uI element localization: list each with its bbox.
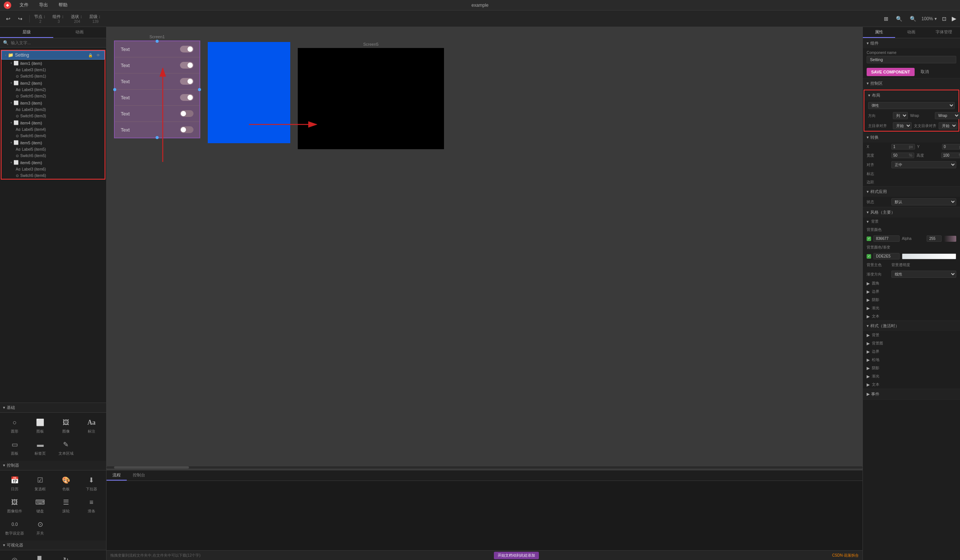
- zoom-in-button[interactable]: 🔍: [907, 14, 918, 23]
- widget-scroll[interactable]: ☰ 滚轮: [54, 495, 78, 516]
- right-tab-props[interactable]: 属性: [863, 27, 895, 38]
- layer-sub-label4[interactable]: Aα Label5 (item4): [2, 126, 105, 133]
- gradient-hex-input[interactable]: [874, 253, 900, 259]
- events-section-header[interactable]: ▶ 事件: [863, 389, 960, 399]
- toggle-4[interactable]: [180, 94, 194, 101]
- component-section-header[interactable]: ▾ 组件: [863, 38, 960, 48]
- layer-sub-switch5[interactable]: ⊙ Switch5 (item5): [2, 153, 105, 159]
- width-input[interactable]: [893, 153, 908, 158]
- status-action-button[interactable]: 开始文档动到此处添加: [494, 552, 539, 559]
- settings-icon[interactable]: ⊞: [882, 14, 891, 23]
- layer-item2[interactable]: ▾ ⬜ item2 (item): [2, 80, 105, 86]
- layer-item1[interactable]: ▾ ⬜ item1 (item): [2, 60, 105, 67]
- flex-type-select[interactable]: 弹性: [868, 102, 955, 109]
- widget-checkbox[interactable]: ☑ 复选框: [28, 473, 53, 494]
- search-input[interactable]: [11, 40, 103, 45]
- y-input[interactable]: [944, 145, 959, 149]
- widget-chart[interactable]: ▊ 图表: [28, 552, 53, 560]
- right-tab-fonts[interactable]: 字体管理: [928, 27, 960, 38]
- direction-select[interactable]: 列 行: [893, 112, 908, 119]
- layer-sub-switch3[interactable]: ⊙ Switch5 (item3): [2, 113, 105, 119]
- height-input[interactable]: [943, 153, 958, 158]
- style-config-header[interactable]: ▾ 样式应用: [863, 187, 960, 197]
- zoom-control[interactable]: 100% ▾: [922, 16, 937, 21]
- h-scrollbar-thumb[interactable]: [114, 466, 189, 469]
- toggle-3[interactable]: [180, 78, 194, 85]
- transform-section-header[interactable]: ▾ 转换: [863, 132, 960, 142]
- main-axis-select[interactable]: 开始 中间 结束: [893, 122, 912, 129]
- section-visualization[interactable]: ▾ 可视化器: [0, 541, 106, 550]
- style-default-select[interactable]: 默认: [891, 198, 956, 206]
- gradient-checkbox[interactable]: ✓: [867, 254, 871, 258]
- style-main-header[interactable]: ▾ 风格（主要）: [863, 207, 960, 217]
- cancel-button[interactable]: 取消: [918, 67, 932, 77]
- visibility-icon[interactable]: 👁: [95, 53, 101, 58]
- layer-group-setting[interactable]: ▾ 📁 Setting 🔒 👁: [2, 51, 105, 60]
- toggle-2[interactable]: [180, 62, 194, 69]
- layer-sub-label1[interactable]: Aα Label3 (item1): [2, 67, 105, 73]
- color-hex-input[interactable]: [874, 235, 900, 242]
- widget-spinner[interactable]: ↻ 旋转器: [54, 552, 78, 560]
- wrap-select[interactable]: Wrap NoWrap: [935, 112, 960, 119]
- section-controls[interactable]: ▾ 控制器: [0, 461, 106, 471]
- widget-switch[interactable]: ⊙ 开关: [28, 517, 53, 538]
- layer-item4[interactable]: ▾ ⬜ item4 (item): [2, 119, 105, 126]
- layer-sub-label6[interactable]: Aα Label3 (item6): [2, 166, 105, 172]
- widget-panel[interactable]: ▭ 面板: [2, 437, 27, 458]
- layer-item6[interactable]: ▾ ⬜ item6 (item): [2, 159, 105, 166]
- widget-calendar[interactable]: 📅 日历: [2, 473, 27, 494]
- layer-item3[interactable]: ▾ ⬜ item3 (item): [2, 99, 105, 107]
- toggle-6[interactable]: [180, 126, 194, 133]
- redo-button[interactable]: ↪: [16, 14, 25, 23]
- widget-keyboard[interactable]: ⌨ 键盘: [28, 495, 53, 516]
- color-checkbox[interactable]: ✓: [867, 236, 871, 241]
- widget-table[interactable]: ◎ 表: [2, 552, 27, 560]
- menu-export[interactable]: 导出: [37, 1, 50, 9]
- widget-tabpage[interactable]: ▬ 标签页: [28, 437, 53, 458]
- toggle-5[interactable]: [180, 110, 194, 117]
- widget-board[interactable]: ⬜ 图板: [28, 415, 53, 436]
- expand-button[interactable]: ⊡: [940, 14, 949, 23]
- tab-console[interactable]: 控制台: [127, 471, 151, 480]
- menu-file[interactable]: 文件: [17, 1, 31, 9]
- alpha-input[interactable]: [926, 235, 942, 242]
- layer-sub-switch1[interactable]: ⊙ Switch5 (item1): [2, 73, 105, 80]
- style-active-header[interactable]: ▾ 样式（激活时）: [863, 321, 960, 331]
- layer-sub-label5[interactable]: Aα Label5 (item5): [2, 146, 105, 153]
- gradient-dir-select[interactable]: 线性 径向: [891, 271, 956, 278]
- control-section-header[interactable]: ▾ 控制区: [863, 78, 960, 88]
- x-input[interactable]: [893, 145, 908, 149]
- undo-button[interactable]: ↩: [4, 14, 13, 23]
- widget-image[interactable]: 🖼 图像: [54, 415, 78, 436]
- h-scrollbar[interactable]: [107, 466, 862, 469]
- align-select[interactable]: 正中 左上 右下: [891, 161, 956, 168]
- layer-sub-switch2[interactable]: ⊙ Switch5 (item2): [2, 93, 105, 99]
- play-button[interactable]: ▶: [952, 15, 956, 22]
- section-basic[interactable]: ▾ 基础: [0, 403, 106, 413]
- layer-sub-switch6[interactable]: ⊙ Switch5 (item6): [2, 172, 105, 179]
- widget-slider[interactable]: ≡ 滑条: [79, 495, 104, 516]
- layout-section-header[interactable]: ▾ 布局: [864, 90, 958, 101]
- tab-layers[interactable]: 层级: [0, 27, 53, 38]
- widget-colorpicker[interactable]: 🎨 色板: [54, 473, 78, 494]
- layer-sub-switch4[interactable]: ⊙ Switch5 (item4): [2, 133, 105, 139]
- widget-imgcomponent[interactable]: 🖼 图像组件: [2, 495, 27, 516]
- toggle-1[interactable]: [180, 46, 194, 53]
- menu-help[interactable]: 帮助: [56, 1, 70, 9]
- lock-icon[interactable]: 🔒: [87, 53, 94, 58]
- tab-flow[interactable]: 流程: [107, 471, 127, 480]
- layer-sub-label3[interactable]: Aα Label3 (item3): [2, 107, 105, 113]
- tab-animation[interactable]: 动画: [53, 27, 107, 38]
- zoom-out-button[interactable]: 🔍: [894, 14, 904, 23]
- widget-dropdown[interactable]: ⬇ 下拉器: [79, 473, 104, 494]
- save-component-button[interactable]: SAVE COMPONENT: [867, 68, 915, 76]
- widget-textarea[interactable]: ✎ 文本区域: [54, 437, 78, 458]
- layer-item5[interactable]: ▾ ⬜ item5 (item): [2, 139, 105, 146]
- layer-sub-label2[interactable]: Aα Label3 (item2): [2, 86, 105, 93]
- component-name-input[interactable]: [867, 56, 956, 63]
- right-tab-animation[interactable]: 动画: [895, 27, 927, 38]
- widget-label[interactable]: Aa 标注: [79, 415, 104, 436]
- canvas-viewport[interactable]: Screen1 Text Text: [107, 27, 862, 470]
- cross-axis-select1[interactable]: 开始: [939, 122, 957, 129]
- widget-circle[interactable]: ○ 圆形: [2, 415, 27, 436]
